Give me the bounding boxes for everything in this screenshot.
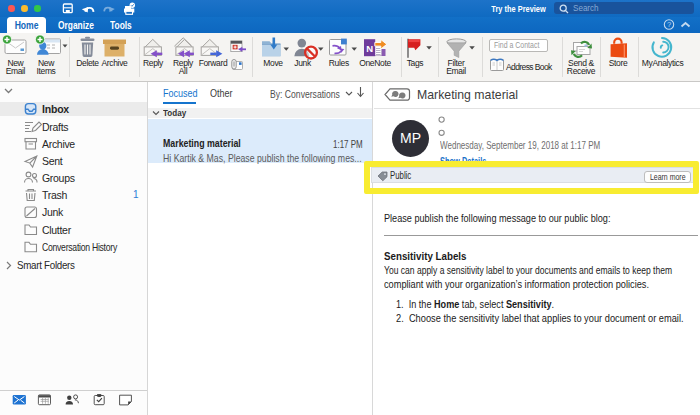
svg-text:N: N [366,43,373,54]
svg-text:?: ? [667,20,671,29]
